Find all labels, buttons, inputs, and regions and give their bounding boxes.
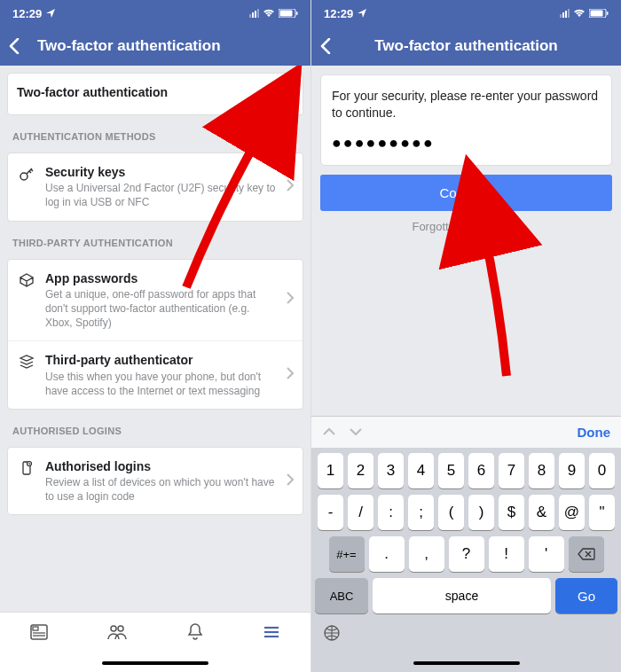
cube-icon xyxy=(17,270,36,288)
key-'[interactable]: ' xyxy=(529,536,564,572)
globe-icon[interactable] xyxy=(322,623,342,646)
password-card: For your security, please re-enter your … xyxy=(320,74,612,166)
section-authorised: AUTHORISED LOGINS xyxy=(0,417,310,440)
chevron-right-icon xyxy=(287,367,294,383)
status-time: 12:29 xyxy=(324,7,353,20)
key-2[interactable]: 2 xyxy=(348,453,373,488)
key-,[interactable]: , xyxy=(409,536,444,572)
tfa-toggle-row[interactable]: Two-factor authentication xyxy=(7,73,303,115)
location-icon xyxy=(46,7,55,20)
section-methods: AUTHENTICATION METHODS xyxy=(0,122,310,145)
row-app-passwords[interactable]: App passwords Get a unique, one-off pass… xyxy=(8,260,303,341)
status-bar: 12:29 xyxy=(0,0,310,27)
svg-point-3 xyxy=(20,173,28,180)
tab-feed-icon[interactable] xyxy=(29,622,49,645)
nav-bar: Two-factor authentication xyxy=(0,27,310,66)
page-title: Two-factor authentication xyxy=(342,37,591,55)
location-icon xyxy=(358,7,366,20)
security-message: For your security, please re-enter your … xyxy=(332,88,601,121)
svg-rect-16 xyxy=(591,10,603,16)
key-5[interactable]: 5 xyxy=(438,453,464,488)
svg-rect-7 xyxy=(33,627,38,630)
key-)[interactable]: ) xyxy=(468,495,494,530)
svg-rect-17 xyxy=(607,12,609,15)
row-authorised-logins[interactable]: Authorised logins Review a list of devic… xyxy=(8,448,303,515)
key-abc[interactable]: ABC xyxy=(315,578,368,613)
password-field[interactable]: ●●●●●●●●● xyxy=(332,134,601,152)
key-"[interactable]: " xyxy=(589,495,615,530)
tfa-toggle-label: Two-factor authentication xyxy=(17,84,265,100)
key-@[interactable]: @ xyxy=(559,495,585,530)
page-title: Two-factor authentication xyxy=(30,37,302,55)
tfa-checkbox[interactable] xyxy=(274,84,294,104)
keyboard-done-button[interactable]: Done xyxy=(578,425,611,440)
key-:[interactable]: : xyxy=(378,495,404,530)
svg-point-11 xyxy=(118,626,123,631)
key-8[interactable]: 8 xyxy=(529,453,554,488)
key-7[interactable]: 7 xyxy=(499,453,524,488)
nav-bar: Two-factor authentication xyxy=(311,27,621,66)
tab-bar xyxy=(0,612,310,654)
key-/[interactable]: / xyxy=(348,495,373,530)
authorised-logins-title: Authorised logins xyxy=(45,458,278,474)
key-.[interactable]: . xyxy=(369,536,405,572)
key-&[interactable]: & xyxy=(529,495,554,530)
prev-field-icon[interactable] xyxy=(322,425,336,441)
key-go[interactable]: Go xyxy=(555,578,617,613)
key-?[interactable]: ? xyxy=(449,536,484,572)
section-third-party: THIRD-PARTY AUTHENTICATION xyxy=(0,229,310,252)
continue-button[interactable]: Continue xyxy=(320,175,612,211)
key-backspace[interactable] xyxy=(569,536,604,572)
key-3[interactable]: 3 xyxy=(378,453,404,488)
app-passwords-title: App passwords xyxy=(45,270,278,286)
tab-menu-icon[interactable] xyxy=(262,622,281,645)
key-shift[interactable]: #+= xyxy=(329,536,365,572)
svg-rect-1 xyxy=(280,10,293,16)
home-indicator[interactable] xyxy=(311,654,621,672)
status-bar: 12:29 xyxy=(311,0,621,27)
key-space[interactable]: space xyxy=(373,578,551,613)
key-$[interactable]: $ xyxy=(499,495,524,530)
chevron-right-icon xyxy=(287,179,294,195)
app-passwords-subtitle: Get a unique, one-off password for apps … xyxy=(45,287,278,331)
phone-left: 12:29 Two-factor authen xyxy=(0,0,310,672)
keyboard-accessory: Done xyxy=(311,416,621,448)
stack-icon xyxy=(17,352,36,370)
tab-notifications-icon[interactable] xyxy=(186,622,204,645)
third-party-title: Third-party authenticator xyxy=(45,352,278,368)
keyboard-row-3: #+= .,?!' xyxy=(315,536,617,572)
key-9[interactable]: 9 xyxy=(559,453,585,488)
keyboard-row-1: 1234567890 xyxy=(315,453,617,488)
tab-friends-icon[interactable] xyxy=(106,622,128,645)
device-icon xyxy=(17,458,36,476)
content-left: Two-factor authentication AUTHENTICATION… xyxy=(0,66,310,612)
svg-rect-2 xyxy=(296,12,298,15)
status-time: 12:29 xyxy=(12,7,42,20)
keyboard-row-2: -/:;()$&@" xyxy=(315,495,617,530)
battery-icon xyxy=(589,7,609,20)
key--[interactable]: - xyxy=(318,495,343,530)
key-4[interactable]: 4 xyxy=(408,453,434,488)
key-![interactable]: ! xyxy=(489,536,524,572)
key-0[interactable]: 0 xyxy=(589,453,615,488)
key-;[interactable]: ; xyxy=(408,495,434,530)
key-6[interactable]: 6 xyxy=(468,453,494,488)
battery-icon xyxy=(279,7,298,20)
forgot-password-link[interactable]: Forgotten password? xyxy=(311,220,621,233)
key-1[interactable]: 1 xyxy=(318,453,343,488)
cellular-icon xyxy=(249,9,259,18)
svg-point-10 xyxy=(111,626,116,631)
security-keys-subtitle: Use a Universal 2nd Factor (U2F) securit… xyxy=(45,181,278,209)
back-button[interactable] xyxy=(320,38,342,54)
content-right: For your security, please re-enter your … xyxy=(311,66,621,416)
keyboard: 1234567890 -/:;()$&@" #+= .,?!' ABC spac… xyxy=(311,448,621,654)
row-third-party-auth[interactable]: Third-party authenticator Use this when … xyxy=(8,340,303,409)
home-indicator[interactable] xyxy=(0,654,310,672)
wifi-icon xyxy=(263,7,275,20)
phone-right: 12:29 Two-factor authentication xyxy=(310,0,621,672)
back-button[interactable] xyxy=(9,38,30,54)
next-field-icon[interactable] xyxy=(349,425,363,441)
row-security-keys[interactable]: Security keys Use a Universal 2nd Factor… xyxy=(8,153,303,221)
key-([interactable]: ( xyxy=(438,495,464,530)
cellular-icon xyxy=(560,9,570,18)
